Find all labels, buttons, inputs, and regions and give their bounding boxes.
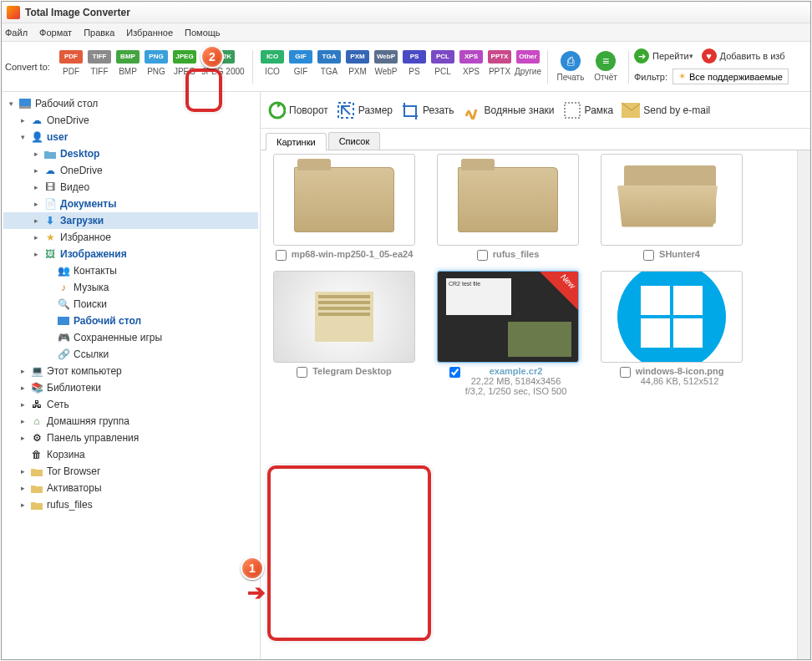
filter-dropdown[interactable]: ✶ Все поддерживаемые — [672, 69, 789, 84]
tree-node-избранное[interactable]: ▸★Избранное — [3, 229, 258, 246]
rotate-button[interactable]: Поворот — [267, 101, 328, 119]
expand-icon[interactable]: ▸ — [18, 400, 27, 409]
expand-icon[interactable]: ▾ — [7, 99, 15, 108]
report-button[interactable]: ≡ Отчёт — [588, 51, 623, 82]
watermark-icon — [463, 101, 481, 119]
format-gif[interactable]: GIFGIF — [287, 50, 314, 84]
select-checkbox[interactable] — [477, 250, 488, 261]
expand-icon[interactable]: ▸ — [18, 116, 27, 125]
watermark-button[interactable]: Водяные знаки — [463, 101, 555, 119]
tree-node-загрузки[interactable]: ▸⬇Загрузки — [3, 212, 258, 229]
expand-icon[interactable]: ▸ — [18, 467, 27, 475]
annotation-badge-2: 2 — [200, 45, 224, 69]
resize-button[interactable]: Размер — [337, 101, 393, 119]
thumbnail[interactable] — [601, 271, 743, 363]
menu-favorites[interactable]: Избранное — [126, 28, 173, 38]
tree-node-документы[interactable]: ▸📄Документы — [3, 196, 258, 212]
expand-icon[interactable]: ▸ — [32, 166, 40, 175]
select-checkbox[interactable] — [620, 367, 631, 378]
expand-icon[interactable]: ▸ — [18, 484, 27, 492]
tree-node-изображения[interactable]: ▸🖼Изображения — [3, 246, 258, 262]
expand-icon[interactable]: ▸ — [32, 200, 40, 208]
tree-node-видео[interactable]: ▸🎞Видео — [3, 179, 258, 196]
games-icon: 🎮 — [57, 332, 70, 343]
file-item[interactable]: SHunter4 — [595, 154, 749, 261]
select-checkbox[interactable] — [449, 367, 460, 378]
expand-icon[interactable]: ▸ — [18, 417, 27, 425]
select-checkbox[interactable] — [643, 250, 654, 261]
thumbnail[interactable] — [601, 154, 743, 246]
tree-node-onedrive[interactable]: ▸☁OneDrive — [3, 112, 258, 129]
file-item[interactable]: rufus_files — [431, 154, 585, 261]
tree-node-ссылки[interactable]: 🔗Ссылки — [3, 346, 258, 363]
expand-icon[interactable]: ▸ — [18, 501, 27, 509]
format-ico[interactable]: ICOICO — [259, 50, 286, 84]
tree-node-панель-управления[interactable]: ▸⚙Панель управления — [3, 430, 258, 446]
file-item[interactable]: Telegram Desktop — [267, 271, 421, 396]
format-pcl[interactable]: PCLPCL — [429, 50, 456, 84]
add-favorite-button[interactable]: ♥Добавить в изб — [702, 48, 785, 64]
tree-node-рабочий-стол[interactable]: ▾Рабочий стол — [3, 95, 258, 112]
expand-icon[interactable]: ▸ — [32, 183, 40, 191]
expand-icon[interactable]: ▸ — [18, 384, 27, 392]
format-pxm[interactable]: PXMPXM — [344, 50, 371, 84]
tree-node-рабочий-стол[interactable]: Рабочий стол — [3, 313, 258, 329]
select-checkbox[interactable] — [297, 367, 307, 378]
expand-icon[interactable]: ▸ — [32, 233, 40, 242]
tree-node-поиски[interactable]: 🔍Поиски — [3, 296, 258, 313]
expand-icon[interactable]: ▸ — [32, 150, 40, 158]
menu-format[interactable]: Формат — [39, 28, 72, 38]
file-item[interactable]: CR2 test fileNew example.cr2 22,22 MB, 5… — [431, 271, 585, 396]
print-button[interactable]: ⎙ Печать — [553, 51, 588, 82]
menu-help[interactable]: Помощь — [185, 28, 221, 38]
expand-icon[interactable]: ▾ — [18, 133, 27, 141]
format-ps[interactable]: PSPS — [401, 50, 428, 84]
tree-node-этот-компьютер[interactable]: ▸💻Этот компьютер — [3, 363, 258, 379]
tree-node-активаторы[interactable]: ▸Активаторы — [3, 480, 258, 496]
frame-button[interactable]: Рамка — [563, 101, 614, 119]
format-pdf[interactable]: PDFPDF — [58, 50, 84, 84]
format-pptx[interactable]: PPTXPPTX — [486, 50, 513, 84]
file-item[interactable]: windows-8-icon.png 44,86 KB, 512x512 — [595, 271, 749, 396]
format-bmp[interactable]: BMPBMP — [114, 50, 141, 84]
format-jpeg[interactable]: JPEGJPEG — [171, 50, 198, 84]
tab-list[interactable]: Список — [328, 132, 381, 150]
thumbnail[interactable] — [437, 154, 579, 246]
format-xps[interactable]: XPSXPS — [458, 50, 485, 84]
scrollbar[interactable] — [797, 150, 810, 659]
format-png[interactable]: PNGPNG — [143, 50, 170, 84]
menu-edit[interactable]: Правка — [84, 28, 114, 38]
file-item[interactable]: mp68-win-mp250-1_05-ea24 — [267, 154, 421, 261]
go-button[interactable]: ➔Перейти ▾ — [634, 48, 693, 64]
expand-icon[interactable]: ▸ — [18, 367, 27, 375]
tree-node-библиотеки[interactable]: ▸📚Библиотеки — [3, 379, 258, 396]
tree-node-rufus_files[interactable]: ▸rufus_files — [3, 496, 258, 513]
tree-node-корзина[interactable]: 🗑Корзина — [3, 446, 258, 463]
tree-node-контакты[interactable]: 👥Контакты — [3, 262, 258, 279]
expand-icon[interactable]: ▸ — [18, 434, 27, 442]
tab-pictures[interactable]: Картинки — [266, 133, 327, 150]
expand-icon[interactable]: ▸ — [32, 216, 40, 225]
desktop-icon — [18, 98, 32, 109]
tree-node-tor-browser[interactable]: ▸Tor Browser — [3, 463, 258, 480]
tree-node-музыка[interactable]: ♪Музыка — [3, 279, 258, 296]
format-tiff[interactable]: TIFFTIFF — [86, 50, 113, 84]
tree-node-onedrive[interactable]: ▸☁OneDrive — [3, 162, 258, 179]
folder-tree[interactable]: ▾Рабочий стол▸☁OneDrive▾👤user▸Desktop▸☁O… — [2, 92, 261, 659]
format-tga[interactable]: TGATGA — [316, 50, 343, 84]
tree-node-домашняя-группа[interactable]: ▸⌂Домашняя группа — [3, 413, 258, 430]
thumbnail[interactable] — [273, 271, 415, 363]
thumbnail[interactable]: CR2 test fileNew — [437, 271, 579, 363]
expand-icon[interactable]: ▸ — [32, 250, 40, 258]
thumbnail[interactable] — [273, 154, 415, 246]
tree-node-user[interactable]: ▾👤user — [3, 129, 258, 145]
tree-node-сеть[interactable]: ▸🖧Сеть — [3, 396, 258, 413]
menu-file[interactable]: Файл — [5, 28, 28, 38]
format-другие[interactable]: OtherДругие — [515, 50, 541, 84]
crop-button[interactable]: Резать — [401, 101, 454, 119]
format-webp[interactable]: WebPWebP — [373, 50, 399, 84]
tree-node-desktop[interactable]: ▸Desktop — [3, 145, 258, 162]
tree-node-сохраненные-игры[interactable]: 🎮Сохраненные игры — [3, 329, 258, 346]
select-checkbox[interactable] — [276, 250, 287, 261]
email-button[interactable]: Send by e-mail — [622, 101, 710, 119]
